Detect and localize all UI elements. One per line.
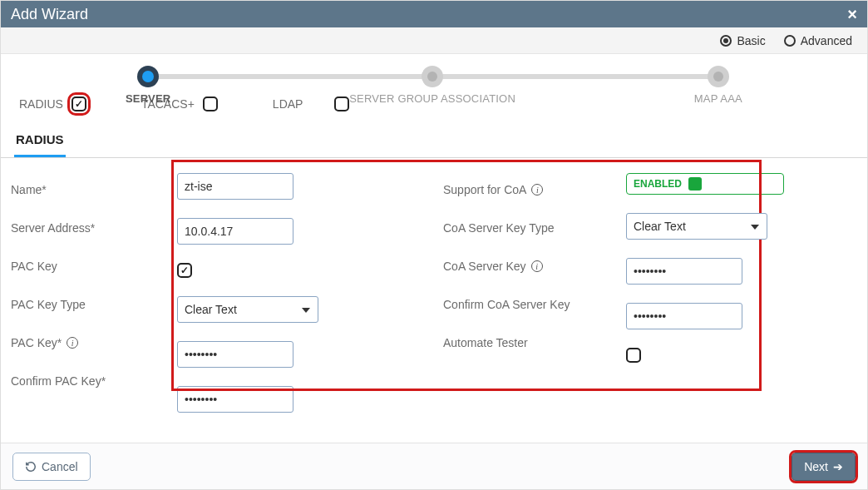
label-coa-key-type: CoA Server Key Type	[443, 218, 626, 238]
label-server-address: Server Address*	[11, 218, 177, 238]
mode-basic[interactable]: Basic	[720, 34, 765, 47]
label-pac-key-type: PAC Key Type	[11, 294, 177, 314]
mode-advanced-label: Advanced	[801, 34, 852, 47]
undo-icon	[25, 461, 37, 473]
info-icon[interactable]: i	[67, 337, 78, 349]
step-map-aaa-label: MAP AAA	[694, 92, 742, 105]
step-dot-icon	[708, 66, 729, 87]
step-server-label: SERVER	[126, 92, 170, 105]
mode-advanced[interactable]: Advanced	[784, 34, 852, 47]
mode-bar: Basic Advanced	[1, 27, 867, 54]
pac-key-input[interactable]	[177, 341, 293, 368]
automate-tester-checkbox[interactable]	[626, 348, 641, 363]
form-area: Name* Server Address* PAC Key PAC Key Ty…	[1, 158, 867, 443]
name-input[interactable]	[177, 173, 293, 200]
labels-right: Support for CoA i CoA Server Key Type Co…	[443, 173, 626, 436]
cancel-button[interactable]: Cancel	[12, 453, 91, 481]
arrow-right-icon: ➔	[833, 460, 843, 473]
toggle-knob-icon	[688, 177, 702, 191]
label-coa-key: CoA Server Key i	[443, 256, 626, 276]
label-confirm-pac-key: Confirm PAC Key*	[11, 371, 177, 391]
inputs-left	[177, 173, 352, 436]
label-confirm-coa-key: Confirm CoA Server Key	[443, 294, 626, 314]
step-server[interactable]: SERVER	[126, 66, 170, 105]
label-name: Name*	[11, 180, 177, 200]
server-address-input[interactable]	[177, 218, 293, 245]
coa-key-input[interactable]	[626, 258, 742, 285]
info-icon[interactable]: i	[531, 184, 543, 196]
label-support-coa: Support for CoA i	[443, 180, 626, 200]
next-button[interactable]: Next ➔	[792, 453, 856, 481]
pac-key-checkbox[interactable]	[177, 263, 192, 278]
pac-key-type-select[interactable]	[177, 296, 318, 323]
step-group[interactable]: SERVER GROUP ASSOCIATION	[349, 66, 515, 105]
inputs-right: ENABLED	[626, 173, 784, 436]
coa-toggle-label: ENABLED	[634, 178, 682, 190]
titlebar: Add Wizard ×	[1, 1, 867, 27]
label-pac-key: PAC Key* i	[11, 333, 177, 353]
mode-basic-label: Basic	[737, 34, 765, 47]
tab-radius[interactable]: RADIUS	[14, 127, 66, 157]
step-group-label: SERVER GROUP ASSOCIATION	[349, 92, 515, 105]
radio-icon	[720, 35, 732, 47]
confirm-pac-key-input[interactable]	[177, 386, 293, 413]
labels-left: Name* Server Address* PAC Key PAC Key Ty…	[11, 173, 177, 436]
label-pac-key-toggle: PAC Key	[11, 256, 177, 276]
coa-toggle[interactable]: ENABLED	[626, 173, 784, 195]
tab-bar: RADIUS	[1, 127, 867, 158]
confirm-coa-key-input[interactable]	[626, 303, 742, 329]
footer: Cancel Next ➔	[1, 443, 867, 489]
wizard-window: Add Wizard × Basic Advanced SERVER SERVE…	[0, 0, 868, 490]
step-map-aaa[interactable]: MAP AAA	[694, 66, 742, 105]
step-bar: SERVER SERVER GROUP ASSOCIATION MAP AAA	[1, 54, 867, 104]
radio-icon	[784, 35, 796, 47]
label-automate-tester: Automate Tester	[443, 333, 626, 353]
window-title: Add Wizard	[11, 6, 88, 23]
step-dot-icon	[422, 66, 443, 87]
info-icon[interactable]: i	[531, 260, 543, 272]
step-dot-icon	[137, 66, 159, 87]
coa-key-type-select[interactable]	[626, 213, 767, 240]
close-icon[interactable]: ×	[847, 5, 857, 24]
